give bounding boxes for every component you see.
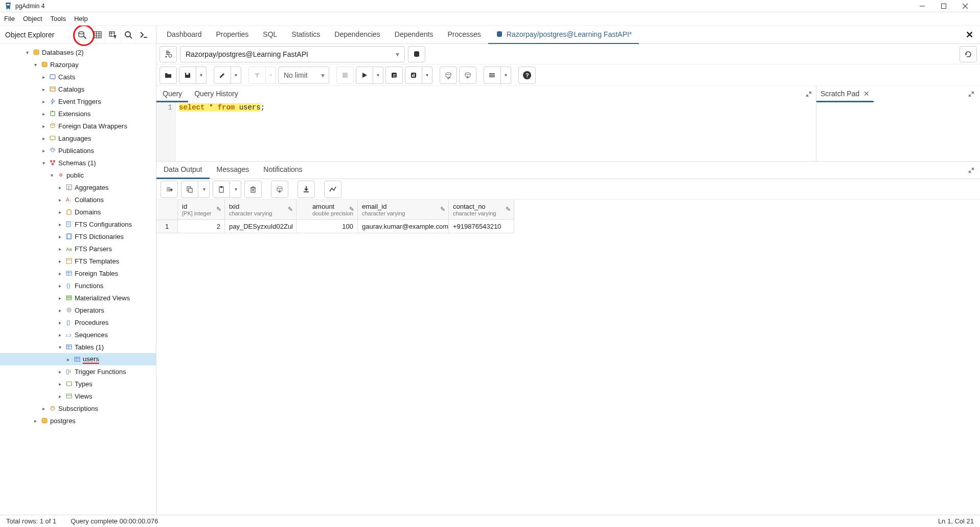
tree-node-postgres[interactable]: ▸postgres [0, 414, 156, 427]
tree-node-operators[interactable]: ▸Operators [0, 304, 156, 316]
query-tool-button[interactable] [74, 27, 89, 42]
tree-node-types[interactable]: ▸Types [0, 378, 156, 390]
copy-button[interactable] [181, 181, 198, 198]
execute-dropdown[interactable]: ▾ [373, 67, 383, 84]
explain-analyze-dropdown[interactable]: ▾ [422, 67, 432, 84]
tree-node-casts[interactable]: ▸Casts [0, 71, 156, 83]
tab-dependencies[interactable]: Dependencies [327, 26, 388, 44]
new-connection-button[interactable] [408, 46, 425, 62]
tab-notifications[interactable]: Notifications [256, 162, 309, 179]
tree-node-views[interactable]: ▸Views [0, 390, 156, 402]
tree-node-catalogs[interactable]: ▸Catalogs [0, 83, 156, 95]
tab-data-output[interactable]: Data Output [156, 162, 210, 179]
tree-node-schemas[interactable]: ▾Schemas (1) [0, 157, 156, 169]
expand-output-button[interactable] [966, 167, 980, 174]
tab-close-button[interactable]: ✕ [962, 27, 977, 42]
download-csv-button[interactable] [298, 181, 315, 198]
edit-button[interactable] [214, 67, 231, 84]
tree-node-languages[interactable]: ▸Languages [0, 132, 156, 144]
col-header-contact[interactable]: contact_nocharacter varying✎ [449, 200, 514, 220]
tree-node-foreign-tables[interactable]: ▸Foreign Tables [0, 267, 156, 279]
tree-node-trigger-fns[interactable]: ▸{}Trigger Functions [0, 365, 156, 378]
tree-node-domains[interactable]: ▸Domains [0, 206, 156, 218]
open-file-button[interactable] [159, 67, 177, 84]
tree-node-subscriptions[interactable]: ▸Subscriptions [0, 402, 156, 414]
commit-button[interactable] [440, 67, 457, 84]
macros-dropdown[interactable]: ▾ [501, 67, 511, 84]
tree-node-fts-conf[interactable]: ▸FTS Configurations [0, 218, 156, 230]
connection-status-button[interactable] [159, 46, 177, 62]
filter-rows-button[interactable] [105, 27, 120, 42]
tab-processes[interactable]: Processes [440, 26, 488, 44]
col-header-txid[interactable]: txidcharacter varying✎ [225, 200, 297, 220]
help-button[interactable]: ? [518, 67, 536, 84]
tab-query-history[interactable]: Query History [188, 86, 244, 102]
search-objects-button[interactable] [120, 27, 135, 42]
results-grid[interactable]: id[PK] integer✎ txidcharacter varying✎ a… [156, 200, 980, 233]
filter-dropdown[interactable]: ▾ [266, 67, 276, 84]
tab-sql[interactable]: SQL [256, 26, 284, 44]
col-header-email[interactable]: email_idcharacter varying✎ [358, 200, 449, 220]
rollback-button[interactable] [459, 67, 476, 84]
filter-button[interactable] [248, 67, 266, 84]
sql-editor[interactable]: 1 select * from users; [156, 102, 816, 161]
tree-node-fts-parsers[interactable]: ▸AaFTS Parsers [0, 243, 156, 255]
editor-code[interactable]: select * from users; [176, 102, 816, 161]
tab-dependents[interactable]: Dependents [388, 26, 441, 44]
save-file-dropdown[interactable]: ▾ [196, 67, 207, 84]
tree-node-mat-views[interactable]: ▸Materialized Views [0, 292, 156, 304]
edit-dropdown[interactable]: ▾ [231, 67, 241, 84]
menu-object[interactable]: Object [23, 15, 42, 23]
graph-visualizer-button[interactable] [324, 181, 341, 198]
tab-properties[interactable]: Properties [209, 26, 256, 44]
minimize-button[interactable] [911, 0, 933, 12]
tab-dashboard[interactable]: Dashboard [159, 26, 209, 44]
reset-layout-button[interactable] [960, 46, 977, 62]
tree-node-extensions[interactable]: ▸Extensions [0, 107, 156, 120]
cell-amount[interactable]: 100 [297, 220, 358, 233]
execute-button[interactable] [356, 67, 373, 84]
scratch-pad-close[interactable]: ✕ [863, 90, 870, 98]
tree-node-users-table[interactable]: ▸users [0, 353, 156, 365]
connection-dropdown[interactable]: Razorpay/postgres@Learning FastAPI ▾ [180, 46, 405, 62]
tree-node-public[interactable]: ▾public [0, 169, 156, 181]
cell-txid[interactable]: pay_DESyzxuId02Zul [225, 220, 297, 233]
explain-analyze-button[interactable] [405, 67, 422, 84]
save-file-button[interactable] [179, 67, 196, 84]
limit-select[interactable]: No limit [278, 67, 329, 84]
delete-row-button[interactable] [244, 181, 262, 198]
tree-node-aggregates[interactable]: ▸ΣAggregates [0, 181, 156, 193]
tree-node-sequences[interactable]: ▸1.3Sequences [0, 328, 156, 341]
grid-row[interactable]: 1 2 pay_DESyzxuId02Zul 100 gaurav.kumar@… [156, 220, 980, 233]
close-button[interactable] [954, 0, 976, 12]
tree-node-databases[interactable]: ▾Databases (2) [0, 46, 156, 58]
cell-id[interactable]: 2 [178, 220, 225, 233]
tab-query[interactable]: Query [156, 86, 188, 102]
tree-node-functions[interactable]: ▸{}Functions [0, 279, 156, 292]
macros-button[interactable] [484, 67, 501, 84]
add-row-button[interactable] [161, 181, 178, 198]
expand-scratch-button[interactable] [966, 91, 980, 98]
psql-tool-button[interactable] [135, 27, 151, 42]
tree-node-razorpay[interactable]: ▾Razorpay [0, 58, 156, 71]
menu-tools[interactable]: Tools [51, 15, 66, 23]
cell-contact[interactable]: +919876543210 [449, 220, 514, 233]
tree-node-tables[interactable]: ▾Tables (1) [0, 341, 156, 353]
save-data-button[interactable] [271, 181, 288, 198]
stop-button[interactable] [336, 67, 354, 84]
tree-node-event-triggers[interactable]: ▸Event Triggers [0, 95, 156, 107]
maximize-button[interactable] [933, 0, 954, 12]
explain-button[interactable]: E [385, 67, 403, 84]
menu-help[interactable]: Help [74, 15, 88, 23]
copy-dropdown[interactable]: ▾ [199, 181, 210, 198]
object-tree[interactable]: ▾Databases (2) ▾Razorpay ▸Casts ▸Catalog… [0, 44, 156, 515]
tree-node-collations[interactable]: ▸A↓Collations [0, 193, 156, 206]
tab-statistics[interactable]: Statistics [284, 26, 327, 44]
col-header-amount[interactable]: amountdouble precision✎ [297, 200, 358, 220]
tree-node-fts-templates[interactable]: ▸FTS Templates [0, 255, 156, 267]
tree-node-procedures[interactable]: ▸{}Procedures [0, 316, 156, 328]
expand-editor-button[interactable] [802, 91, 816, 98]
tab-messages[interactable]: Messages [210, 162, 257, 179]
menu-file[interactable]: File [4, 15, 15, 23]
scratch-pad-tab[interactable]: Scratch Pad [821, 90, 863, 98]
